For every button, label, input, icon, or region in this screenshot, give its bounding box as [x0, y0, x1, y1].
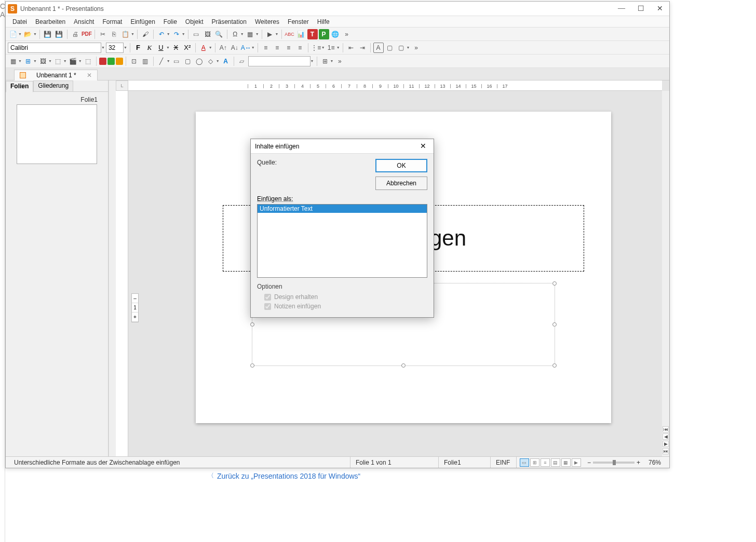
menu-datei[interactable]: Datei: [9, 17, 31, 26]
close-button[interactable]: ✕: [657, 4, 663, 13]
media-dropdown[interactable]: ▼: [78, 59, 82, 63]
line-dropdown[interactable]: ▼: [167, 59, 170, 63]
object-dropdown[interactable]: ▼: [63, 59, 67, 63]
group-icon[interactable]: ⊡: [129, 56, 139, 66]
underline-button[interactable]: U: [156, 43, 166, 53]
slideshow-dropdown-icon[interactable]: ▼: [275, 32, 279, 36]
search-icon[interactable]: 🔍: [214, 29, 224, 39]
planmaker-icon[interactable]: P: [319, 29, 329, 39]
save-icon[interactable]: 💾: [43, 29, 53, 39]
font-size-combo[interactable]: [106, 43, 124, 53]
menu-objekt[interactable]: Objekt: [182, 17, 207, 26]
grid-icon[interactable]: ⊞: [320, 56, 330, 66]
font-color-icon[interactable]: A: [198, 43, 209, 53]
open-dropdown-icon[interactable]: ▼: [33, 32, 37, 36]
first-slide-icon[interactable]: ⏮: [663, 426, 669, 432]
insert-table-icon[interactable]: ⊞: [23, 56, 33, 66]
symbol-dropdown-icon[interactable]: ▼: [240, 32, 244, 36]
tab-gliederung[interactable]: Gliederung: [33, 80, 73, 92]
spellcheck-icon[interactable]: ABC: [285, 29, 295, 39]
outdent-icon[interactable]: ⇤: [346, 43, 356, 53]
font-name-dropdown-icon[interactable]: ▼: [101, 46, 105, 49]
strikethrough-button[interactable]: X: [171, 43, 181, 53]
insert-textbox-icon[interactable]: ▭: [191, 29, 201, 39]
font-size-dropdown-icon[interactable]: ▼: [124, 46, 127, 49]
insert-header-icon[interactable]: ▦: [245, 29, 255, 39]
bullets-icon[interactable]: ⋮≡: [311, 43, 321, 53]
more-icon[interactable]: »: [342, 29, 352, 39]
format-paint-icon[interactable]: 🖌: [140, 29, 151, 39]
print-icon[interactable]: 🖨: [70, 29, 80, 39]
char-spacing-icon[interactable]: A↔: [241, 43, 251, 53]
insert-image-icon[interactable]: 🖼: [203, 29, 213, 39]
header-dropdown-icon[interactable]: ▼: [255, 32, 259, 36]
web-icon[interactable]: 🌐: [330, 29, 341, 39]
prev-slide-icon[interactable]: ◀: [663, 433, 669, 440]
new-dropdown-icon[interactable]: ▼: [18, 32, 22, 36]
menu-hilfe[interactable]: Hilfe: [314, 17, 333, 26]
tab-folien[interactable]: Folien: [6, 81, 33, 92]
dialog-close-icon[interactable]: ✕: [417, 141, 429, 152]
resize-handle[interactable]: [552, 363, 557, 368]
last-slide-icon[interactable]: ⏭: [663, 448, 669, 454]
align-left-icon[interactable]: ≡: [261, 43, 271, 53]
menu-weiteres[interactable]: Weiteres: [251, 17, 283, 26]
redo-dropdown-icon[interactable]: ▼: [182, 32, 185, 36]
underline-dropdown-icon[interactable]: ▼: [166, 46, 170, 49]
list-item-unformatted-text[interactable]: Unformatierter Text: [258, 205, 427, 213]
textbox-dropdown-icon[interactable]: ▼: [407, 46, 410, 49]
document-tab[interactable]: Unbenannt 1 * ✕: [14, 70, 98, 80]
resize-handle[interactable]: [250, 322, 254, 327]
maximize-button[interactable]: ☐: [638, 4, 644, 13]
resize-handle[interactable]: [401, 363, 406, 368]
vertical-ruler[interactable]: [116, 91, 128, 456]
resize-handle[interactable]: [250, 363, 254, 368]
textbox-b-icon[interactable]: ▢: [385, 43, 395, 53]
view-outline-icon[interactable]: ≡: [541, 458, 550, 467]
status-mode[interactable]: EINF: [491, 457, 517, 468]
resize-handle[interactable]: [552, 322, 557, 327]
panel-splitter[interactable]: [109, 80, 116, 456]
insert-frame-icon[interactable]: ⬚: [83, 56, 93, 66]
export-pdf-icon[interactable]: PDF: [82, 29, 92, 39]
more-format-icon[interactable]: »: [411, 43, 422, 53]
horizontal-ruler[interactable]: 1234567891011121314151617: [128, 80, 662, 91]
paste-icon[interactable]: 📋: [120, 29, 131, 39]
view-slideshow-icon[interactable]: ▶: [572, 458, 581, 467]
slide-thumbnail[interactable]: [17, 104, 97, 164]
resize-handle[interactable]: [552, 281, 557, 286]
dialog-titlebar[interactable]: Inhalte einfügen ✕: [251, 139, 434, 154]
table-dropdown[interactable]: ▼: [33, 59, 37, 63]
ellipse-icon[interactable]: ◯: [194, 56, 205, 66]
ok-button[interactable]: OK: [375, 159, 427, 172]
decrease-font-icon[interactable]: A↓: [230, 43, 240, 53]
textbox-a-icon[interactable]: A: [373, 43, 384, 53]
color-box-orange-icon[interactable]: [116, 58, 123, 65]
undo-icon[interactable]: ↶: [156, 29, 167, 39]
view-notes-icon[interactable]: ▤: [551, 458, 560, 467]
shapes-dropdown[interactable]: ▼: [216, 59, 220, 63]
align-center-icon[interactable]: ≡: [272, 43, 282, 53]
menu-einfuegen[interactable]: Einfügen: [127, 17, 158, 26]
zoom-thumb[interactable]: [613, 460, 616, 465]
style-combo-dropdown[interactable]: ▼: [310, 59, 314, 63]
color-box-green-icon[interactable]: [107, 58, 115, 65]
color-box-red-icon[interactable]: [99, 58, 106, 65]
superscript-button[interactable]: X²: [182, 43, 193, 53]
chart-icon[interactable]: 📊: [296, 29, 306, 39]
view-sorter-icon[interactable]: ⊞: [530, 458, 539, 467]
numbering-icon[interactable]: 1≡: [326, 43, 336, 53]
zoom-percent[interactable]: 76%: [643, 457, 666, 468]
indent-icon[interactable]: ⇥: [357, 43, 368, 53]
menu-ansicht[interactable]: Ansicht: [70, 17, 98, 26]
view-normal-icon[interactable]: ▭: [520, 458, 529, 467]
picture-dropdown[interactable]: ▼: [48, 59, 52, 63]
paste-dropdown-icon[interactable]: ▼: [131, 32, 134, 36]
style-picker-icon[interactable]: ▱: [237, 56, 247, 66]
back-link[interactable]: 〈 Zurück zu „Presentations 2018 für Wind…: [208, 471, 360, 480]
redo-icon[interactable]: ↷: [171, 29, 182, 39]
new-slide-icon[interactable]: ▦: [8, 56, 18, 66]
font-name-combo[interactable]: [8, 43, 101, 53]
view-master-icon[interactable]: ▦: [561, 458, 571, 467]
rect-icon[interactable]: ▭: [171, 56, 182, 66]
